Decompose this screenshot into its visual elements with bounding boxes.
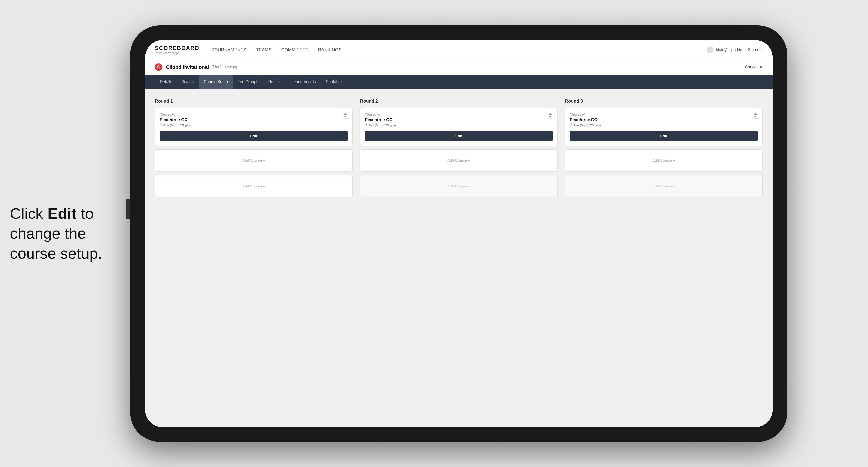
round-2-course-card: (Course A) Peachtree GC Yellow (M) (6629… <box>360 108 558 146</box>
round-1-course-label: (Course A) <box>160 113 348 116</box>
tab-course-setup[interactable]: Course Setup <box>199 75 233 89</box>
cancel-icon[interactable]: ✕ <box>760 65 763 70</box>
round-1-course-details: Yellow (M) (6629 yds) <box>160 123 348 127</box>
round-2-edit-button[interactable]: Edit <box>365 131 553 141</box>
round-2-title: Round 2 <box>360 99 558 104</box>
tournament-title: Clippd Invitational <box>166 64 209 70</box>
nav-right: blair@clippd.io | Sign out <box>707 46 763 53</box>
round-1-add-course-text-1: Add Course + <box>242 158 265 162</box>
nav-tournaments[interactable]: TOURNAMENTS <box>212 46 246 54</box>
logo-area: SCOREBOARD Powered by clippd <box>155 45 199 55</box>
tab-bar: Details Teams Course Setup Tee Groups Re… <box>145 75 773 89</box>
top-nav: SCOREBOARD Powered by clippd TOURNAMENTS… <box>145 40 773 60</box>
cancel-button[interactable]: Cancel <box>745 65 757 69</box>
round-3-course-label: (Course A) <box>570 113 758 116</box>
round-1-title: Round 1 <box>155 99 353 104</box>
tab-tee-groups[interactable]: Tee Groups <box>233 75 264 89</box>
nav-links: TOURNAMENTS TEAMS COMMITTEE RANKINGS <box>212 46 707 54</box>
round-1-edit-button[interactable]: Edit <box>160 131 348 141</box>
round-3-course-name: Peachtree GC <box>570 117 758 122</box>
edit-bold: Edit <box>48 205 76 222</box>
nav-rankings[interactable]: RANKINGS <box>318 46 341 54</box>
round-2-add-course-text-1: Add Course + <box>447 158 470 162</box>
round-2-delete-button[interactable]: 🗑 <box>547 112 554 119</box>
round-2-add-course-1[interactable]: Add Course + <box>360 149 558 172</box>
round-3-course-card: (Course A) Peachtree GC Yellow (M) (6629… <box>565 108 763 146</box>
round-3-title: Round 3 <box>565 99 763 104</box>
tab-leaderboards[interactable]: Leaderboards <box>286 75 321 89</box>
sub-header-logo: C <box>155 63 162 71</box>
rounds-grid: Round 1 (Course A) Peachtree GC Yellow (… <box>155 99 763 201</box>
round-3-delete-button[interactable]: 🗑 <box>752 112 759 119</box>
user-email: blair@clippd.io <box>716 48 742 52</box>
round-3-add-course-text-1: Add Course + <box>652 158 675 162</box>
tournament-subtitle: (Men) <box>211 65 222 69</box>
round-3-edit-button[interactable]: Edit <box>570 131 758 141</box>
round-1-course-name: Peachtree GC <box>160 117 348 122</box>
tab-teams[interactable]: Teams <box>177 75 199 89</box>
tab-printables[interactable]: Printables <box>321 75 348 89</box>
nav-committee[interactable]: COMMITTEE <box>281 46 308 54</box>
round-2-add-course-text-2: Add Course + <box>447 184 470 188</box>
cancel-area[interactable]: Cancel ✕ <box>745 65 763 70</box>
round-3-add-course-text-2: Add Course + <box>652 184 675 188</box>
nav-teams[interactable]: TEAMS <box>256 46 272 54</box>
round-2-course-name: Peachtree GC <box>365 117 553 122</box>
tablet-frame: SCOREBOARD Powered by clippd TOURNAMENTS… <box>130 25 787 442</box>
round-1-add-course-2[interactable]: Add Course + <box>155 175 353 197</box>
round-2-add-course-2: Add Course + <box>360 175 558 197</box>
sub-header: C Clippd Invitational (Men) Hosting Canc… <box>145 60 773 75</box>
sign-out-link[interactable]: Sign out <box>748 48 763 52</box>
round-2-column: Round 2 (Course A) Peachtree GC Yellow (… <box>360 99 558 201</box>
round-1-delete-button[interactable]: 🗑 <box>342 112 349 119</box>
logo-sub: Powered by clippd <box>155 51 199 55</box>
round-3-add-course-1[interactable]: Add Course + <box>565 149 763 172</box>
round-1-course-card: (Course A) Peachtree GC Yellow (M) (6629… <box>155 108 353 146</box>
round-3-column: Round 3 (Course A) Peachtree GC Yellow (… <box>565 99 763 201</box>
hosting-tag: Hosting <box>225 65 237 69</box>
tab-results[interactable]: Results <box>264 75 286 89</box>
tab-details[interactable]: Details <box>155 75 177 89</box>
round-3-course-details: Yellow (M) (6629 yds) <box>570 123 758 127</box>
tablet-side-button <box>126 199 130 219</box>
round-1-add-course-text-2: Add Course + <box>242 184 265 188</box>
user-avatar <box>707 46 713 53</box>
main-content: Round 1 (Course A) Peachtree GC Yellow (… <box>145 89 773 427</box>
round-2-course-label: (Course A) <box>365 113 553 116</box>
logo-text: SCOREBOARD <box>155 45 199 51</box>
round-3-add-course-2: Add Course + <box>565 175 763 197</box>
tablet-screen: SCOREBOARD Powered by clippd TOURNAMENTS… <box>145 40 773 427</box>
round-2-course-details: Yellow (M) (6629 yds) <box>365 123 553 127</box>
round-1-add-course-1[interactable]: Add Course + <box>155 149 353 172</box>
round-1-column: Round 1 (Course A) Peachtree GC Yellow (… <box>155 99 353 201</box>
